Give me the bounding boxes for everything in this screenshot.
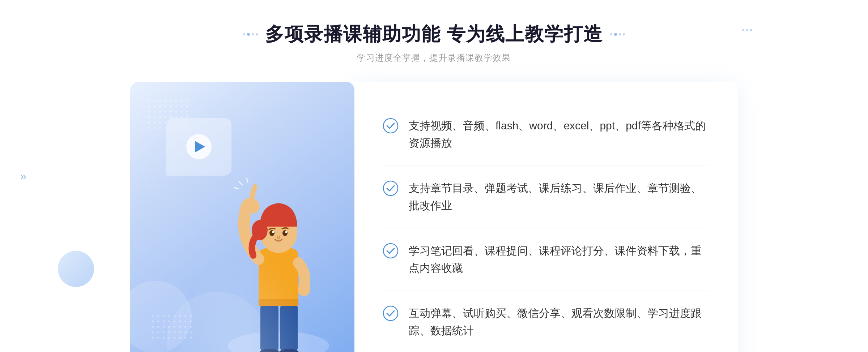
right-decorator xyxy=(742,29,752,31)
svg-line-17 xyxy=(239,181,242,185)
svg-point-16 xyxy=(285,231,287,233)
deco-circle-left xyxy=(58,251,94,287)
page-subtitle: 学习进度全掌握，提升录播课教学效果 xyxy=(243,52,625,64)
svg-point-22 xyxy=(383,244,398,258)
page-title: 多项录播课辅助功能 专为线上教学打造 xyxy=(265,22,603,47)
decorator-dots-right xyxy=(610,33,625,36)
check-circle-icon-3 xyxy=(383,243,399,259)
chevron-right-icon: » xyxy=(20,170,26,182)
play-icon xyxy=(195,141,205,153)
header-section: 多项录播课辅助功能 专为线上教学打造 学习进度全掌握，提升录播课教学效果 xyxy=(243,22,625,64)
play-button[interactable] xyxy=(186,134,212,159)
decorator-dot-3 xyxy=(750,29,752,31)
svg-line-19 xyxy=(234,188,239,189)
svg-rect-2 xyxy=(260,302,278,352)
left-arrow-decoration: » xyxy=(20,170,26,182)
svg-rect-6 xyxy=(259,248,298,306)
svg-rect-7 xyxy=(259,299,298,306)
check-circle-icon-2 xyxy=(383,180,399,196)
svg-point-21 xyxy=(383,181,398,196)
svg-point-13 xyxy=(269,230,275,236)
decorator-dot-2 xyxy=(746,29,748,31)
illustration-card xyxy=(130,82,354,352)
feature-text-1: 支持视频、音频、flash、word、excel、ppt、pdf等各种格式的资源… xyxy=(409,117,709,152)
feature-item-1: 支持视频、音频、flash、word、excel、ppt、pdf等各种格式的资源… xyxy=(383,103,709,166)
svg-point-14 xyxy=(282,230,288,236)
svg-line-18 xyxy=(247,178,248,183)
header-decorators: 多项录播课辅助功能 专为线上教学打造 xyxy=(243,22,625,47)
svg-point-23 xyxy=(383,306,398,321)
feature-item-2: 支持章节目录、弹题考试、课后练习、课后作业、章节测验、批改作业 xyxy=(383,166,709,228)
check-circle-icon-1 xyxy=(383,118,399,134)
page-wrapper: » 多项录播课辅助功能 专为线上教学打造 学习进度全掌握，提升录播课教学效果 xyxy=(0,0,868,352)
svg-point-9 xyxy=(298,284,310,296)
features-panel: 支持视频、音频、flash、word、excel、ppt、pdf等各种格式的资源… xyxy=(354,82,738,352)
feature-item-4: 互动弹幕、试听购买、微信分享、观看次数限制、学习进度跟踪、数据统计 xyxy=(383,291,709,352)
svg-point-15 xyxy=(272,231,274,233)
person-svg xyxy=(217,165,340,352)
svg-rect-3 xyxy=(280,302,298,352)
content-area: 支持视频、音频、flash、word、excel、ppt、pdf等各种格式的资源… xyxy=(130,82,738,352)
feature-text-2: 支持章节目录、弹题考试、课后练习、课后作业、章节测验、批改作业 xyxy=(409,180,709,214)
check-circle-icon-4 xyxy=(383,305,399,321)
feature-item-3: 学习笔记回看、课程提问、课程评论打分、课件资料下载，重点内容收藏 xyxy=(383,228,709,291)
person-figure xyxy=(217,165,340,352)
decorator-dot-1 xyxy=(742,29,744,31)
svg-point-20 xyxy=(383,119,398,133)
feature-text-3: 学习笔记回看、课程提问、课程评论打分、课件资料下载，重点内容收藏 xyxy=(409,242,709,277)
decorator-dots-left xyxy=(243,33,258,36)
feature-text-4: 互动弹幕、试听购买、微信分享、观看次数限制、学习进度跟踪、数据统计 xyxy=(409,305,709,339)
